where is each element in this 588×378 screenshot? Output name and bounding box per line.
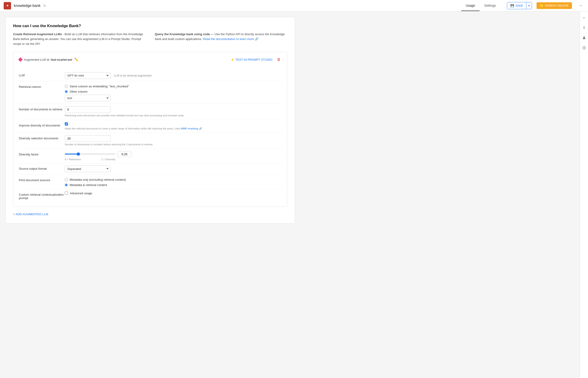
diversity-factor-slider-row [65, 151, 281, 157]
nav-usage[interactable]: Usage [461, 0, 480, 11]
augmented-llm-card: Augmented LLM Id: fast-scarlet-ant ✏️ ⚡ … [13, 52, 287, 207]
source-output-row: Source output format Separated Combined … [19, 163, 281, 175]
num-docs-input[interactable] [65, 106, 111, 113]
print-sources-row: Print document sources Metadata only (ex… [19, 175, 281, 189]
diversity-factor-slider-container: 0 = Relevance 1 = Diversity [65, 151, 281, 161]
save-button-group: 💾 SAVE ▾ [507, 2, 532, 9]
parent-recipe-button[interactable]: 🟡 PARENT RECIPE [537, 2, 572, 9]
back-button[interactable]: → [576, 2, 584, 9]
content-area: How can I use the Knowledge Bank? Create… [0, 12, 580, 378]
retrieval-radio2[interactable] [65, 90, 68, 93]
sidebar-clock-icon[interactable] [581, 45, 587, 51]
diversity-factor-value[interactable] [118, 151, 131, 157]
llm-helper: LLM to be retrieval-augmented [114, 74, 151, 77]
diversity-factor-slider[interactable] [65, 154, 115, 154]
retrieval-column-row: Retrieval column Same column as embeddin… [19, 81, 281, 104]
sidebar-plus-icon[interactable]: + [581, 14, 587, 21]
page-title: How can I use the Knowledge Bank? [13, 24, 287, 28]
llm-row: LLM GPT-4o mini GPT-4o GPT-3.5 turbo LLM… [19, 70, 281, 81]
diversity-label: Improve diversity of documents [19, 122, 65, 127]
llm-label: LLM [19, 72, 65, 77]
custom-retrieval-row: Custom retrieval contextualization promp… [19, 189, 281, 202]
llm-control: GPT-4o mini GPT-4o GPT-3.5 turbo LLM to … [65, 72, 281, 79]
diversity-selection-helper: Number of documents to consider before s… [65, 143, 281, 146]
svg-point-0 [583, 36, 585, 38]
sidebar-user-icon[interactable] [581, 35, 587, 41]
print-sources-control: Metadata only (excluding retrieval conte… [65, 177, 281, 187]
custom-retrieval-control: Advanced usage. [65, 191, 281, 195]
print-sources-radio2[interactable] [65, 184, 68, 187]
retrieval-col-select[interactable]: text text_chunked content [65, 95, 111, 101]
mmr-reranking-link[interactable]: MMR reranking [181, 127, 198, 130]
app-title: knowledge-bank [14, 4, 41, 8]
card-id-label: Augmented LLM Id: fast-scarlet-ant [24, 58, 72, 61]
source-output-control: Separated Combined None [65, 165, 281, 172]
retrieval-column-label: Retrieval column [19, 84, 65, 89]
card-header: Augmented LLM Id: fast-scarlet-ant ✏️ ⚡ … [19, 56, 281, 65]
retrieval-radio1[interactable] [65, 85, 68, 88]
save-dropdown-button[interactable]: ▾ [526, 2, 532, 9]
main-layout: How can I use the Knowledge Bank? Create… [0, 12, 588, 378]
card-id-value: fast-scarlet-ant [51, 58, 72, 61]
advanced-checkbox-label[interactable]: Advanced usage. [65, 191, 281, 195]
print-sources-option2[interactable]: Metadata & retrieval content [65, 183, 281, 187]
diversity-checkbox[interactable] [65, 122, 68, 125]
app-icon: ✦ [4, 2, 11, 9]
diversity-selection-input[interactable] [65, 135, 111, 142]
intro-row: Create Retrieval-Augmented LLMs - Build … [13, 32, 287, 46]
delete-icon[interactable]: 🗑 [276, 56, 281, 63]
save-icon: 💾 [510, 4, 514, 7]
num-docs-control: Retrieving more documents can provide mo… [65, 106, 281, 117]
diversity-selection-label: Diversity selection documents [19, 135, 65, 140]
custom-retrieval-label: Custom retrieval contextualization promp… [19, 191, 65, 200]
form-grid: LLM GPT-4o mini GPT-4o GPT-3.5 turbo LLM… [19, 70, 281, 202]
diversity-selection-row: Diversity selection documents Number of … [19, 133, 281, 148]
page-card: How can I use the Knowledge Bank? Create… [5, 17, 295, 224]
parent-recipe-icon: 🟡 [540, 4, 543, 7]
add-augmented-llm-button[interactable]: + ADD AUGMENTED LLM [13, 212, 48, 217]
diversity-factor-row: Diversity factor 0 = Relevance 1 = Diver… [19, 149, 281, 163]
save-button[interactable]: 💾 SAVE [507, 2, 526, 9]
intro-right-bold: Query the Knowledge bank using code [155, 32, 210, 36]
diamond-icon [18, 57, 23, 62]
diversity-control: Helps the selected documents to cover a … [65, 122, 281, 130]
docs-link[interactable]: Read the documentation to learn more [203, 37, 254, 41]
diversity-factor-control: 0 = Relevance 1 = Diversity [65, 151, 281, 161]
intro-left-bold: Create Retrieval-Augmented LLMs [13, 32, 62, 36]
retrieval-column-control: Same column as embedding: "text_chunked"… [65, 84, 281, 101]
right-sidebar: + ℹ [580, 12, 588, 378]
edit-icon[interactable]: ✏️ [74, 58, 78, 61]
intro-left: Create Retrieval-Augmented LLMs - Build … [13, 32, 146, 46]
nav-settings[interactable]: Settings [480, 0, 500, 11]
retrieval-option1[interactable]: Same column as embedding: "text_chunked" [65, 85, 281, 88]
slider-labels: 0 = Relevance 1 = Diversity [65, 158, 115, 161]
num-docs-helper: Retrieving more documents can provide mo… [65, 114, 281, 117]
retrieval-option2[interactable]: Other column [65, 90, 281, 93]
llm-select[interactable]: GPT-4o mini GPT-4o GPT-3.5 turbo [65, 72, 111, 79]
diversity-checkbox-row [65, 122, 281, 125]
app-header: ✦ knowledge-bank ⧉ Usage Settings 💾 SAVE… [0, 0, 588, 12]
prompt-studio-icon: ⚡ [230, 58, 234, 61]
diversity-selection-control: Number of documents to consider before s… [65, 135, 281, 146]
test-in-prompt-button[interactable]: ⚡ TEST IN PROMPT STUDIO [229, 57, 274, 62]
num-docs-label: Number of documents to retrieve [19, 106, 65, 111]
print-sources-label: Print document sources [19, 177, 65, 182]
retrieval-col-dropdown: text text_chunked content [65, 95, 281, 101]
intro-right: Query the Knowledge bank using code — Us… [155, 32, 287, 46]
source-output-label: Source output format [19, 165, 65, 170]
copy-icon[interactable]: ⧉ [43, 4, 46, 8]
sidebar-info-icon[interactable]: ℹ [581, 24, 587, 31]
advanced-checkbox[interactable] [65, 191, 68, 195]
diversity-helper: Helps the selected documents to cover a … [65, 127, 281, 130]
print-sources-radio1[interactable] [65, 178, 68, 181]
diversity-row: Improve diversity of documents Helps the… [19, 120, 281, 133]
num-docs-row: Number of documents to retrieve Retrievi… [19, 104, 281, 120]
diversity-factor-label: Diversity factor [19, 151, 65, 156]
source-output-select[interactable]: Separated Combined None [65, 165, 111, 172]
print-sources-radio-group: Metadata only (excluding retrieval conte… [65, 177, 281, 187]
retrieval-radio-group: Same column as embedding: "text_chunked"… [65, 84, 281, 93]
print-sources-option1[interactable]: Metadata only (excluding retrieval conte… [65, 178, 281, 181]
header-nav: Usage Settings [461, 0, 500, 11]
